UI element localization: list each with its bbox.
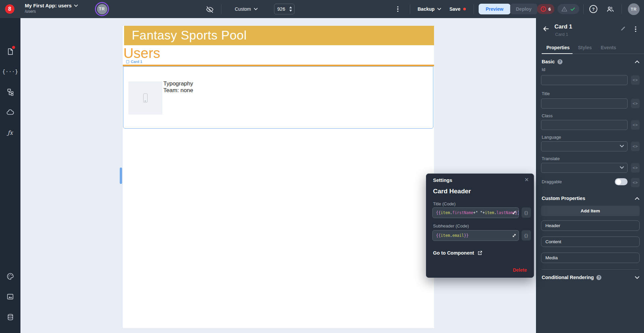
class-input[interactable] xyxy=(541,120,628,130)
id-code-button[interactable]: <> xyxy=(631,75,640,85)
broken-image-icon xyxy=(143,93,148,103)
help-button[interactable]: ? xyxy=(589,5,597,13)
breakpoint-label: Custom xyxy=(235,6,251,12)
class-code-button[interactable]: <> xyxy=(631,120,640,130)
warnings-badge[interactable] xyxy=(557,4,579,14)
account-avatar[interactable]: TR xyxy=(628,3,640,15)
sidebar-item-cloud[interactable] xyxy=(0,106,20,119)
id-input[interactable] xyxy=(541,75,628,85)
title-bindings-button[interactable]: {} xyxy=(522,207,531,218)
custom-item-media[interactable]: Media xyxy=(541,253,640,263)
chevron-down-icon xyxy=(437,8,441,10)
canvas-width-value[interactable]: 926 xyxy=(274,6,288,12)
back-button[interactable] xyxy=(542,25,550,32)
help-icon[interactable]: ? xyxy=(596,275,601,280)
tab-events[interactable]: Events xyxy=(601,45,616,50)
subheader-code-input[interactable]: {{item.email}} xyxy=(432,230,519,241)
expand-editor-icon[interactable] xyxy=(512,233,517,238)
app-path: /users xyxy=(25,9,78,14)
breakpoint-dropdown[interactable]: Custom xyxy=(235,0,258,18)
active-tab-indicator xyxy=(542,53,573,54)
card-subtitle-text: Team: none xyxy=(163,87,193,94)
app-title-dropdown[interactable]: My First App: users xyxy=(25,3,78,8)
hide-ui-button[interactable] xyxy=(205,5,214,14)
card-component[interactable]: Typography Team: none xyxy=(123,66,433,129)
basic-section-header[interactable]: Basic ? xyxy=(542,59,639,64)
functions-icon: ƒx xyxy=(8,129,13,136)
page-heading[interactable]: Users xyxy=(123,45,160,61)
sidebar-item-assets[interactable] xyxy=(0,290,20,303)
custom-item-header[interactable]: Header xyxy=(541,220,640,231)
topbar-more-menu-icon[interactable] xyxy=(395,5,400,13)
inspector-more-menu-icon[interactable] xyxy=(633,25,638,33)
save-button[interactable]: Save xyxy=(449,0,466,18)
title-code-input[interactable]: {{item.firstName+" "+item.lastName}} xyxy=(432,207,519,218)
collapse-chevron-up-icon[interactable] xyxy=(635,197,639,200)
preview-button[interactable]: Preview xyxy=(479,4,511,14)
page-banner[interactable]: Fantasy Sports Pool xyxy=(124,26,434,45)
brand-logo-text: 8 xyxy=(8,6,11,12)
card-text[interactable]: Typography Team: none xyxy=(163,80,193,94)
left-sidebar: {···} ƒx xyxy=(0,18,20,333)
sidebar-item-pages[interactable] xyxy=(0,45,20,58)
unsaved-changes-dot xyxy=(463,8,466,10)
sidebar-item-settings[interactable] xyxy=(0,330,20,333)
draggable-toggle[interactable] xyxy=(615,178,628,185)
sidebar-item-data[interactable] xyxy=(0,310,20,324)
check-icon xyxy=(570,6,576,12)
sidebar-item-components[interactable] xyxy=(0,85,20,98)
tab-styles[interactable]: Styles xyxy=(578,45,592,50)
custom-item-content[interactable]: Content xyxy=(541,237,640,247)
language-select[interactable] xyxy=(541,141,628,151)
basic-section-title: Basic xyxy=(542,59,555,64)
stepper-down-icon[interactable] xyxy=(289,10,292,12)
stepper-arrows[interactable] xyxy=(288,6,294,12)
subheader-bindings-button[interactable]: {} xyxy=(522,230,531,241)
collapse-chevron-up-icon[interactable] xyxy=(635,60,639,63)
custom-properties-header[interactable]: Custom Properties xyxy=(542,196,639,201)
tab-properties[interactable]: Properties xyxy=(546,45,570,50)
language-label: Language xyxy=(542,135,561,140)
translate-label: Translate xyxy=(542,156,560,161)
topbar-divider xyxy=(622,4,622,14)
expand-editor-icon[interactable] xyxy=(512,210,517,215)
sidebar-item-functions[interactable]: ƒx xyxy=(0,126,20,139)
canvas-width-stepper[interactable]: 926 xyxy=(274,4,294,14)
card-title-text: Typography xyxy=(163,80,193,87)
collaborators-button[interactable] xyxy=(606,5,614,13)
eye-off-icon xyxy=(206,6,214,13)
pencil-icon xyxy=(620,26,626,31)
sidebar-item-code[interactable]: {···} xyxy=(0,65,20,78)
active-user-avatar[interactable]: TR xyxy=(95,2,109,16)
go-to-component-link[interactable]: Go to Component xyxy=(433,250,483,256)
delete-button[interactable]: Delete xyxy=(513,267,527,273)
selected-component-label[interactable]: Card 1 xyxy=(126,60,142,64)
help-icon[interactable]: ? xyxy=(557,59,562,64)
sidebar-item-theme[interactable] xyxy=(0,270,20,283)
backup-button[interactable]: Backup xyxy=(418,0,441,18)
topbar: 8 My First App: users /users TR Custom 9… xyxy=(0,0,644,18)
card-media-placeholder[interactable] xyxy=(128,81,162,115)
deploy-button[interactable]: Deploy xyxy=(510,4,537,14)
conditional-rendering-header[interactable]: Conditional Rendering ? xyxy=(542,275,639,280)
title-code-button[interactable]: <> xyxy=(631,99,640,108)
title-input[interactable] xyxy=(541,98,628,109)
language-code-button[interactable]: <> xyxy=(631,142,640,151)
translate-code-button[interactable]: <> xyxy=(631,163,640,173)
rename-button[interactable] xyxy=(620,26,626,31)
app-page[interactable]: Fantasy Sports Pool Users Card 1 Typogra… xyxy=(123,26,434,328)
expand-chevron-down-icon[interactable] xyxy=(635,276,639,279)
chevron-down-icon xyxy=(620,166,624,169)
toggle-knob xyxy=(616,179,621,185)
brand-logo[interactable]: 8 xyxy=(5,4,14,14)
cloud-icon xyxy=(6,108,14,116)
canvas-scrollbar-handle[interactable] xyxy=(120,168,122,184)
draggable-code-button[interactable]: <> xyxy=(631,178,640,187)
translate-select[interactable] xyxy=(541,163,628,173)
add-item-button[interactable]: Add Item xyxy=(541,206,640,216)
stepper-up-icon[interactable] xyxy=(289,6,292,8)
close-icon[interactable]: ✕ xyxy=(525,177,529,183)
errors-badge[interactable]: ! 6 xyxy=(537,4,554,14)
topbar-divider xyxy=(410,4,410,14)
go-to-component-label: Go to Component xyxy=(433,250,474,256)
